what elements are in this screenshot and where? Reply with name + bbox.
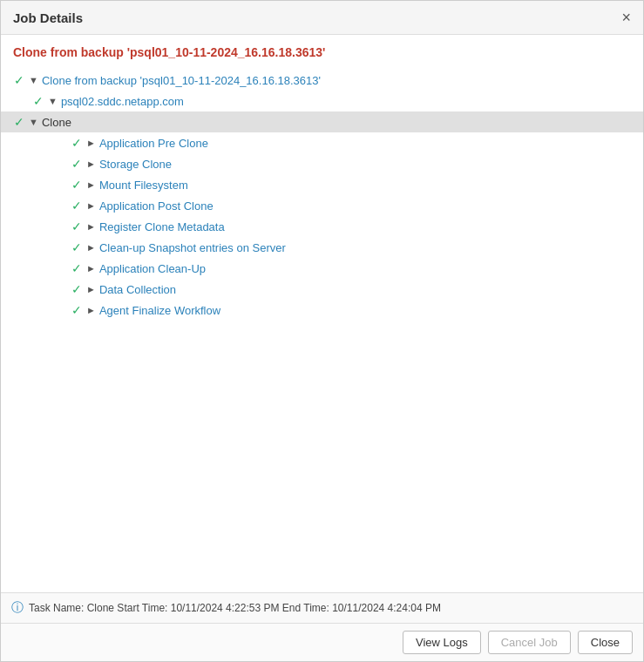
tree-label-item-6: Application Clean-Up <box>99 262 206 275</box>
expand-item-1: ► <box>86 159 96 169</box>
tree-row-level1[interactable]: ✓ ▼ psql02.sddc.netapp.com <box>29 91 634 111</box>
check-icon-item-8: ✓ <box>67 303 86 317</box>
expand-clone: ▼ <box>29 117 38 127</box>
check-icon-item-4: ✓ <box>67 220 86 233</box>
expand-item-6: ► <box>86 263 96 274</box>
expand-item-4: ► <box>86 221 96 232</box>
check-icon-item-0: ✓ <box>67 136 86 150</box>
tree-label-root: Clone from backup 'psql01_10-11-2024_16.… <box>42 74 321 87</box>
expand-item-5: ► <box>86 242 96 253</box>
tree-label-item-7: Data Collection <box>99 283 176 296</box>
tree-label-item-0: Application Pre Clone <box>99 137 208 150</box>
tree-row-item-5[interactable]: ✓ ► Clean-up Snapshot entries on Server <box>67 237 634 258</box>
tree-label-level1: psql02.sddc.netapp.com <box>61 95 184 108</box>
footer-info: ⓘ Task Name: Clone Start Time: 10/11/202… <box>1 592 643 623</box>
expand-item-2: ► <box>86 179 96 190</box>
tree-row-root[interactable]: ✓ ▼ Clone from backup 'psql01_10-11-2024… <box>10 70 634 91</box>
check-icon-clone: ✓ <box>10 115 29 129</box>
check-icon-item-2: ✓ <box>67 178 86 192</box>
tree-label-item-8: Agent Finalize Workflow <box>99 304 220 317</box>
main-title: Clone from backup 'psql01_10-11-2024_16.… <box>10 45 634 59</box>
dialog-header: Job Details × <box>1 1 643 35</box>
tree-row-item-2[interactable]: ✓ ► Mount Filesystem <box>67 174 634 195</box>
expand-level1: ▼ <box>48 96 58 106</box>
tree-row-item-7[interactable]: ✓ ► Data Collection <box>67 279 634 300</box>
close-button[interactable]: Close <box>578 631 633 654</box>
tree-row-item-8[interactable]: ✓ ► Agent Finalize Workflow <box>67 300 634 321</box>
tree-label-item-4: Register Clone Metadata <box>99 220 225 233</box>
tree-row-item-6[interactable]: ✓ ► Application Clean-Up <box>67 258 634 279</box>
view-logs-button[interactable]: View Logs <box>403 631 481 654</box>
expand-root: ▼ <box>29 75 38 85</box>
check-icon-item-3: ✓ <box>67 199 86 213</box>
expand-item-8: ► <box>86 305 96 315</box>
footer-info-text: Task Name: Clone Start Time: 10/11/2024 … <box>29 602 441 614</box>
tree-row-clone[interactable]: ✓ ▼ Clone <box>1 111 643 132</box>
expand-item-7: ► <box>86 284 96 294</box>
expand-item-0: ► <box>86 138 96 148</box>
check-icon-item-7: ✓ <box>67 282 86 296</box>
tree-label-item-3: Application Post Clone <box>99 199 214 213</box>
job-details-dialog: Job Details × Clone from backup 'psql01_… <box>0 0 644 662</box>
dialog-title: Job Details <box>13 10 83 25</box>
cancel-job-button[interactable]: Cancel Job <box>488 631 571 654</box>
tree-row-item-3[interactable]: ✓ ► Application Post Clone <box>67 195 634 216</box>
tree-row-item-4[interactable]: ✓ ► Register Clone Metadata <box>67 216 634 237</box>
tree-label-clone: Clone <box>42 116 71 129</box>
expand-item-3: ► <box>86 200 96 211</box>
tree-row-item-1[interactable]: ✓ ► Storage Clone <box>67 153 634 174</box>
tree-row-item-0[interactable]: ✓ ► Application Pre Clone <box>67 132 634 153</box>
dialog-body: Clone from backup 'psql01_10-11-2024_16.… <box>1 35 643 592</box>
tree-label-item-5: Clean-up Snapshot entries on Server <box>99 241 286 254</box>
tree-label-item-2: Mount Filesystem <box>99 179 188 192</box>
check-icon-item-5: ✓ <box>67 240 86 254</box>
check-icon-root: ✓ <box>10 73 29 87</box>
check-icon-item-6: ✓ <box>67 261 86 275</box>
info-icon: ⓘ <box>11 600 24 616</box>
footer-buttons: View Logs Cancel Job Close <box>1 623 643 661</box>
tree-label-item-1: Storage Clone <box>99 158 172 171</box>
check-icon-item-1: ✓ <box>67 157 86 171</box>
dialog-close-button[interactable]: × <box>621 10 631 25</box>
check-icon-level1: ✓ <box>29 94 48 108</box>
